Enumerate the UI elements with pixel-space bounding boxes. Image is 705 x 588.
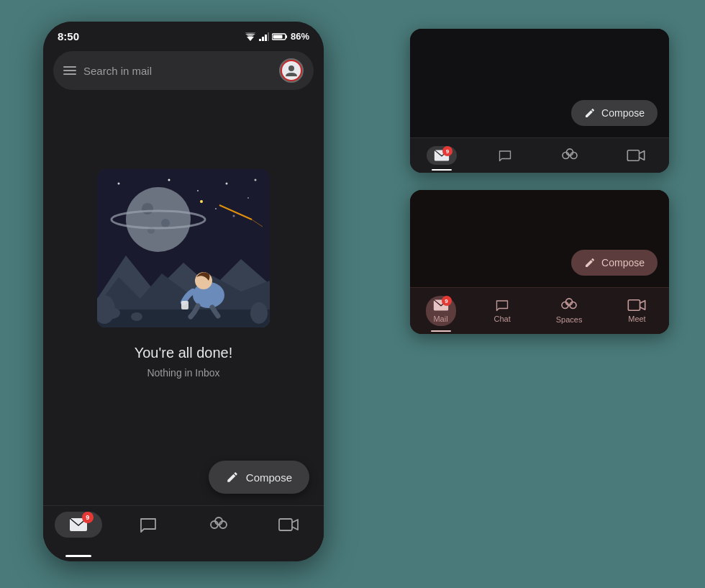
svg-rect-9	[273, 35, 282, 38]
search-bar[interactable]: Search in mail	[53, 51, 314, 90]
svg-point-17	[247, 197, 249, 199]
nav-item-mail[interactable]: 9	[55, 512, 102, 538]
mail-icon-wrapper: 9	[66, 515, 91, 535]
top-card-nav-meet[interactable]	[619, 146, 652, 165]
bottom-card-mail-indicator	[431, 330, 451, 332]
wifi-icon	[245, 32, 256, 41]
pencil-icon	[226, 471, 239, 484]
meet-icon-wrapper	[276, 515, 301, 535]
nav-item-meet[interactable]	[265, 512, 312, 538]
illustration-box	[97, 169, 270, 327]
svg-point-35	[131, 312, 142, 321]
svg-rect-50	[627, 150, 639, 160]
signal-icon	[259, 32, 269, 41]
bottom-card-spaces-label: Spaces	[556, 315, 583, 324]
bottom-card-meet-label: Meet	[628, 315, 645, 323]
nav-item-chat[interactable]	[124, 512, 172, 538]
top-card-spaces-icon	[560, 148, 579, 163]
top-card-mail-indicator	[432, 169, 452, 171]
avatar-inner	[282, 61, 301, 80]
svg-point-21	[233, 215, 235, 217]
right-panel: Compose 9	[410, 29, 669, 334]
avatar[interactable]	[279, 58, 304, 83]
mail-badge: 9	[82, 512, 94, 523]
top-card-pencil-icon	[584, 107, 596, 119]
svg-point-22	[200, 200, 203, 203]
top-card-bottom-nav: 9	[410, 137, 669, 173]
svg-point-16	[226, 183, 228, 185]
bottom-card-nav-meet[interactable]: Meet	[620, 296, 653, 326]
nav-indicators	[43, 552, 324, 561]
bottom-card-pencil-icon	[584, 257, 596, 268]
bottom-card-chat-label: Chat	[494, 315, 511, 323]
svg-point-20	[215, 208, 217, 209]
bottom-card-fab-label: Compose	[601, 257, 645, 268]
compose-fab-label: Compose	[246, 471, 292, 484]
chat-icon-wrapper	[136, 515, 160, 535]
chat-icon	[140, 516, 157, 533]
bottom-small-card: Compose 9 Mail Cha	[410, 190, 669, 334]
spaces-icon-wrapper	[206, 515, 231, 535]
status-time: 8:50	[58, 30, 79, 42]
svg-rect-6	[268, 32, 269, 41]
bottom-card-content: Compose	[410, 190, 669, 287]
battery-percent: 86%	[291, 31, 309, 42]
svg-rect-38	[181, 301, 188, 309]
status-bar: 8:50	[43, 22, 324, 48]
mail-nav-indicator	[65, 555, 91, 557]
search-placeholder: Search in mail	[83, 65, 272, 77]
bottom-nav: 9	[43, 505, 324, 552]
bottom-card-compose-fab[interactable]: Compose	[571, 250, 658, 276]
svg-rect-3	[259, 39, 261, 41]
top-small-card: Compose 9	[410, 29, 669, 173]
bottom-card-spaces-icon	[560, 298, 578, 312]
bottom-card-bottom-nav: 9 Mail Chat Spaces	[410, 287, 669, 334]
empty-state-subtitle: Nothing in Inbox	[147, 367, 219, 379]
bottom-card-mail-badge: 9	[442, 296, 452, 306]
top-card-nav-chat[interactable]	[490, 146, 520, 165]
top-card-fab-label: Compose	[601, 107, 645, 119]
svg-point-23	[126, 187, 191, 252]
top-card-nav-mail[interactable]: 9	[427, 146, 457, 165]
bottom-card-meet-icon	[627, 299, 646, 312]
status-icons: 86%	[245, 31, 309, 42]
top-card-nav-spaces[interactable]	[553, 145, 586, 166]
top-card-meet-icon	[627, 149, 645, 162]
svg-point-12	[118, 183, 120, 185]
user-icon	[284, 63, 299, 78]
svg-rect-33	[97, 309, 270, 327]
nav-item-spaces[interactable]	[195, 512, 242, 538]
svg-point-14	[168, 179, 170, 181]
main-content: You're all done! Nothing in Inbox	[43, 99, 324, 449]
svg-rect-55	[629, 300, 640, 310]
compose-fab[interactable]: Compose	[209, 461, 309, 494]
svg-rect-4	[262, 37, 264, 41]
svg-point-18	[255, 179, 257, 181]
svg-point-26	[161, 219, 170, 227]
bottom-card-nav-mail[interactable]: 9 Mail	[426, 296, 456, 326]
bottom-card-nav-spaces[interactable]: Spaces	[549, 295, 590, 327]
svg-point-40	[250, 302, 268, 324]
svg-rect-8	[286, 35, 287, 38]
top-card-chat-icon	[497, 149, 513, 162]
top-card-compose-fab[interactable]: Compose	[571, 100, 658, 126]
hamburger-icon[interactable]	[63, 66, 76, 75]
phone-mockup: 8:50	[43, 22, 324, 561]
spaces-icon	[209, 517, 229, 533]
top-card-content: Compose	[410, 29, 669, 137]
bottom-card-nav-chat[interactable]: Chat	[487, 296, 518, 326]
bottom-card-chat-icon	[494, 299, 510, 312]
top-card-mail-wrapper: 9	[434, 149, 450, 162]
svg-point-25	[142, 203, 153, 214]
battery-icon	[272, 32, 288, 41]
svg-rect-5	[265, 35, 267, 41]
bottom-card-mail-label: Mail	[433, 315, 447, 323]
svg-point-10	[288, 65, 294, 71]
svg-point-15	[197, 190, 199, 191]
meet-icon	[278, 517, 299, 532]
empty-state-title: You're all done!	[135, 345, 233, 361]
top-card-mail-badge: 9	[442, 146, 452, 156]
empty-state-illustration	[97, 169, 270, 327]
svg-rect-45	[279, 519, 292, 530]
phone-screen: 8:50	[43, 22, 324, 561]
